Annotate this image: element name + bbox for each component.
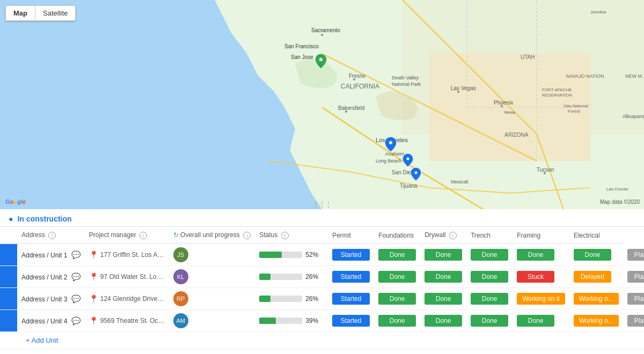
location-pin-icon: 📍 xyxy=(89,272,98,281)
progress-bar-fill xyxy=(259,296,270,302)
table-row[interactable]: Address / Unit 4 💬 📍 9569 Theatre St. Oc… xyxy=(0,310,644,332)
map-tab[interactable]: Map xyxy=(6,6,35,20)
map-data-credit: Map data ©2020 xyxy=(600,199,640,205)
svg-point-46 xyxy=(415,172,418,174)
status-badge: Started xyxy=(332,249,370,261)
svg-text:Tijuana: Tijuana xyxy=(400,183,418,189)
google-logo: Google xyxy=(5,198,26,205)
trench-cell: Done xyxy=(513,244,569,266)
trench-cell: Stuck xyxy=(513,266,569,288)
svg-text:Anaheim: Anaheim xyxy=(385,151,405,157)
svg-point-13 xyxy=(457,91,459,93)
col-header-foundations: Foundations xyxy=(374,227,420,244)
avatar: KL xyxy=(173,269,188,284)
progress-percent: 39% xyxy=(305,317,318,324)
svg-point-42 xyxy=(389,141,392,144)
map-resize-handle[interactable]: ⋮⋮⋮ xyxy=(308,200,336,209)
satellite-tab[interactable]: Satellite xyxy=(35,6,75,20)
location-pin-icon: 📍 xyxy=(89,316,98,325)
foundations-badge: Done xyxy=(425,315,462,327)
construction-icon: ● xyxy=(9,215,13,223)
avatar: AM xyxy=(173,313,188,328)
svg-text:Death Valley: Death Valley xyxy=(392,75,419,80)
unit-name-cell: Address / Unit 4 💬 xyxy=(17,310,85,332)
progress-bar-bg xyxy=(259,274,302,280)
svg-text:Junction: Junction xyxy=(590,10,606,14)
col-header-trench: Trench xyxy=(466,227,513,244)
electrical-cell: Planned xyxy=(623,244,644,266)
svg-text:FORT APACHE: FORT APACHE xyxy=(542,87,572,92)
status-cell: Started xyxy=(328,244,374,266)
svg-text:Albuquerq...: Albuquerq... xyxy=(623,114,644,119)
svg-text:Mexicali: Mexicali xyxy=(451,179,469,185)
pm-cell: JS xyxy=(169,244,255,266)
status-badge: Started xyxy=(332,293,370,305)
table-row[interactable]: Address / Unit 3 💬 📍 124 Glenridge Drive… xyxy=(0,288,644,310)
permit-cell: Done xyxy=(374,310,420,332)
progress-bar-bg xyxy=(259,318,302,324)
pm-cell: AM xyxy=(169,310,255,332)
svg-text:San Jose: San Jose xyxy=(291,54,313,60)
svg-text:Forest: Forest xyxy=(568,109,580,114)
progress-bar-fill xyxy=(259,252,282,258)
svg-text:Phoenix: Phoenix xyxy=(494,100,513,106)
svg-text:San Francisco: San Francisco xyxy=(284,43,319,49)
framing-badge: Delayed xyxy=(574,271,611,283)
chat-icon[interactable]: 💬 xyxy=(71,250,80,259)
pm-cell: RP xyxy=(169,288,255,310)
svg-text:CALIFORNIA: CALIFORNIA xyxy=(341,83,379,90)
trench-cell: Working on it xyxy=(513,288,569,310)
permit-badge: Done xyxy=(378,293,416,305)
status-cell: Started xyxy=(328,310,374,332)
chat-icon[interactable]: 💬 xyxy=(71,294,80,303)
svg-text:ARIZONA: ARIZONA xyxy=(504,132,529,138)
framing-badge: Working o... xyxy=(574,315,619,327)
add-unit-row[interactable]: + Add Unit xyxy=(0,332,644,349)
foundations-badge: Done xyxy=(425,249,462,261)
svg-text:Tucson: Tucson xyxy=(537,167,554,173)
svg-text:Fresno: Fresno xyxy=(349,73,366,79)
progress-info-icon[interactable]: i xyxy=(243,232,251,239)
foundations-cell: Done xyxy=(420,266,466,288)
status-cell: Started xyxy=(328,288,374,310)
table-row[interactable]: Address / Unit 2 💬 📍 97 Old Water St. Lo… xyxy=(0,266,644,288)
progress-cell: 52% xyxy=(255,244,328,266)
address-info-icon[interactable]: i xyxy=(48,232,56,239)
location-pin-icon: 📍 xyxy=(89,250,98,259)
drywall-cell: Done xyxy=(466,310,513,332)
svg-text:National Park: National Park xyxy=(392,82,421,87)
map-svg: Sacramento San Francisco San Jose Fresno… xyxy=(0,0,644,209)
progress-bar-fill xyxy=(259,318,276,324)
foundations-cell: Done xyxy=(420,288,466,310)
framing-cell: Working o... xyxy=(569,288,623,310)
status-badge: Started xyxy=(332,315,370,327)
progress-percent: 26% xyxy=(305,273,318,281)
progress-cell: 26% xyxy=(255,266,328,288)
progress-percent: 26% xyxy=(305,295,318,303)
electrical-badge: Planned xyxy=(627,315,644,327)
chat-icon[interactable]: 💬 xyxy=(71,272,80,281)
progress-cell: 39% xyxy=(255,310,328,332)
drywall-badge: Done xyxy=(471,293,508,305)
progress-cell: 26% xyxy=(255,288,328,310)
table-row[interactable]: Address / Unit 1 💬 📍 177 Griffin St. Los… xyxy=(0,244,644,266)
address-cell: 📍 9569 Theatre St. Oce... xyxy=(85,310,169,332)
avatar: JS xyxy=(173,247,188,262)
drywall-cell: Done xyxy=(466,244,513,266)
chat-icon[interactable]: 💬 xyxy=(71,316,80,325)
svg-point-5 xyxy=(321,34,323,36)
address-cell: 📍 177 Griffin St. Los An... xyxy=(85,244,169,266)
row-bar xyxy=(0,288,17,310)
pm-info-icon[interactable]: i xyxy=(140,232,147,239)
progress-bar-bg xyxy=(259,296,302,302)
drywall-badge: Done xyxy=(471,315,508,327)
drywall-info-icon[interactable]: i xyxy=(449,232,457,239)
drywall-badge: Done xyxy=(471,271,508,283)
row-bar xyxy=(0,310,17,332)
svg-text:Long Beach: Long Beach xyxy=(376,158,401,164)
svg-text:RESERVATION: RESERVATION xyxy=(542,93,572,98)
add-unit-button[interactable]: + Add Unit xyxy=(17,332,623,349)
svg-text:Sacramento: Sacramento xyxy=(311,27,340,33)
status-info-icon[interactable]: i xyxy=(281,232,289,239)
unit-name: Address / Unit 4 xyxy=(21,318,67,325)
